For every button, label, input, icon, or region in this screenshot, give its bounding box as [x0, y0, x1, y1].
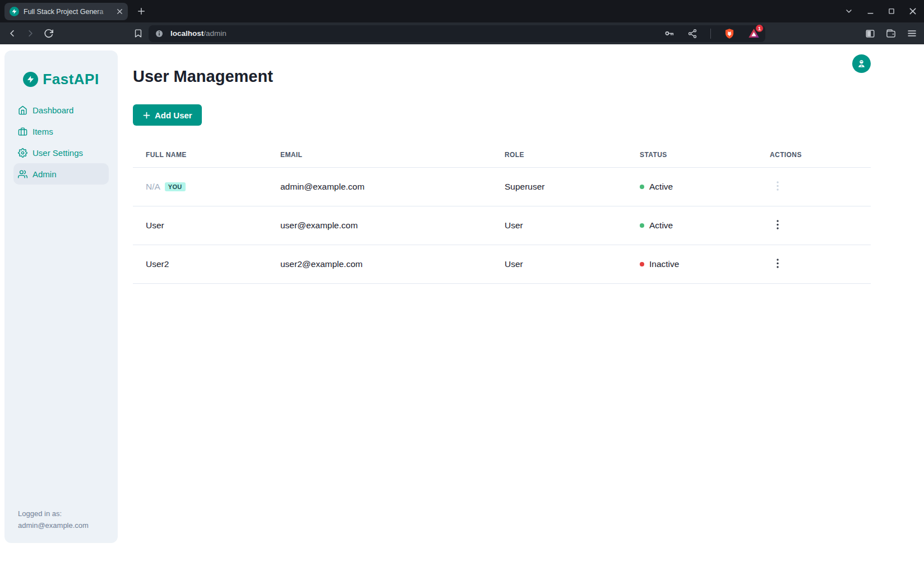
user-menu-button[interactable] — [852, 54, 871, 73]
sidebar: FastAPI Dashboard Items User Settings Ad… — [4, 50, 118, 543]
user-email: user@example.com — [267, 206, 492, 245]
col-actions: Actions — [757, 142, 871, 168]
toolbar-divider — [710, 29, 711, 39]
brave-shield-icon[interactable] — [724, 28, 735, 39]
briefcase-icon — [18, 127, 27, 136]
address-bar[interactable]: localhost/admin 1 — [149, 25, 765, 42]
url-text: localhost/admin — [170, 29, 651, 38]
col-email: Email — [267, 142, 492, 168]
logged-in-footer: Logged in as: admin@example.com — [18, 508, 89, 532]
user-email: admin@example.com — [267, 168, 492, 206]
sidebar-item-items[interactable]: Items — [13, 121, 109, 142]
app-content: FastAPI Dashboard Items User Settings Ad… — [0, 44, 924, 575]
status-dot-active — [640, 185, 644, 189]
user-role: Superuser — [492, 168, 627, 206]
fastapi-favicon-icon — [10, 7, 19, 16]
col-status: Status — [627, 142, 757, 168]
forward-icon[interactable] — [25, 28, 36, 39]
window-close-icon[interactable] — [908, 7, 917, 16]
brave-rewards-bat-icon[interactable]: 1 — [748, 27, 760, 39]
add-user-label: Add User — [155, 111, 192, 120]
row-actions-kebab-icon[interactable] — [777, 181, 779, 191]
reload-icon[interactable] — [44, 29, 54, 39]
status-dot-active — [640, 223, 644, 228]
brand-name: FastAPI — [43, 71, 99, 88]
browser-tab[interactable]: Full Stack Project Genera — [4, 3, 128, 20]
plus-icon — [142, 111, 151, 119]
row-actions-kebab-icon[interactable] — [777, 259, 779, 268]
logged-in-label: Logged in as: — [18, 508, 89, 520]
user-role: User — [492, 206, 627, 245]
page-title: User Management — [133, 67, 871, 86]
sidebar-item-label: Items — [33, 127, 53, 136]
table-row: User2 user2@example.com User Inactive — [133, 245, 871, 284]
sidebar-item-user-settings[interactable]: User Settings — [13, 142, 109, 163]
tab-title: Full Stack Project Genera — [24, 8, 111, 16]
you-badge: YOU — [165, 182, 186, 191]
sidebar-item-label: Admin — [33, 169, 57, 179]
table-row: N/AYOU admin@example.com Superuser Activ… — [133, 168, 871, 206]
gear-icon — [18, 148, 27, 158]
table-row: User user@example.com User Active — [133, 206, 871, 245]
share-icon[interactable] — [687, 29, 697, 39]
home-icon — [18, 105, 27, 115]
sidebar-item-label: User Settings — [33, 148, 83, 158]
user-avatar-icon — [856, 58, 867, 69]
logged-in-email: admin@example.com — [18, 520, 89, 532]
status-dot-inactive — [640, 262, 644, 266]
window-maximize-icon[interactable] — [888, 7, 895, 15]
rewards-notification-badge: 1 — [756, 25, 763, 32]
main-panel: User Management Add User Full Name Email… — [118, 44, 924, 284]
user-role: User — [492, 245, 627, 284]
browser-tab-strip: Full Stack Project Genera — [0, 0, 924, 22]
users-table: Full Name Email Role Status Actions N/AY… — [133, 142, 871, 284]
password-key-icon[interactable] — [664, 28, 674, 39]
browser-toolbar: localhost/admin 1 — [0, 22, 924, 44]
url-host: localhost — [170, 29, 204, 38]
bookmark-icon[interactable] — [133, 29, 143, 38]
wallet-icon[interactable] — [886, 29, 896, 39]
status-label: Inactive — [649, 259, 679, 269]
sidebar-item-label: Dashboard — [33, 105, 73, 115]
status-label: Active — [649, 220, 673, 231]
menu-hamburger-icon[interactable] — [907, 28, 917, 39]
table-header-row: Full Name Email Role Status Actions — [133, 142, 871, 168]
col-full-name: Full Name — [133, 142, 267, 168]
sidebar-item-dashboard[interactable]: Dashboard — [13, 99, 109, 121]
back-icon[interactable] — [7, 28, 17, 39]
user-full-name: User — [133, 206, 267, 245]
tab-close-icon[interactable] — [116, 7, 124, 16]
col-role: Role — [492, 142, 627, 168]
add-user-button[interactable]: Add User — [133, 104, 202, 126]
fastapi-logo: FastAPI — [4, 50, 118, 88]
status-label: Active — [649, 182, 673, 192]
tab-search-chevron-icon[interactable] — [844, 7, 853, 16]
side-panel-icon[interactable] — [865, 29, 875, 39]
fastapi-bolt-icon — [23, 72, 38, 87]
window-minimize-icon[interactable] — [866, 7, 875, 16]
sidebar-nav: Dashboard Items User Settings Admin — [4, 99, 118, 185]
user-full-name: User2 — [133, 245, 267, 284]
user-full-name: N/A — [146, 182, 160, 191]
new-tab-icon[interactable] — [136, 6, 146, 16]
sidebar-item-admin[interactable]: Admin — [13, 163, 109, 185]
site-info-icon[interactable] — [155, 29, 164, 38]
row-actions-kebab-icon[interactable] — [777, 220, 779, 229]
user-email: user2@example.com — [267, 245, 492, 284]
url-path: /admin — [204, 29, 227, 38]
users-icon — [18, 169, 27, 179]
